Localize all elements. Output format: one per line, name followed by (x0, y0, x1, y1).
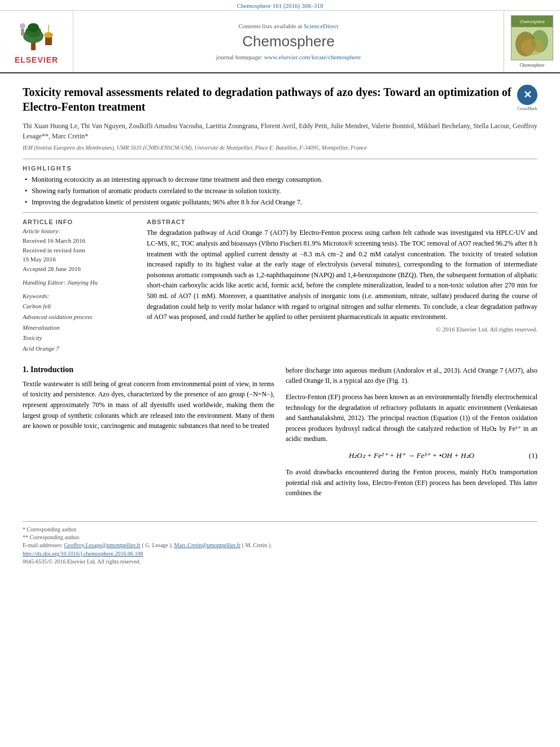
abstract-text: The degradation pathway of Acid Orange 7… (147, 228, 537, 322)
keyword-3: Mineralization (23, 322, 135, 333)
title-row: Toxicity removal assessments related to … (23, 85, 537, 121)
crossmark-icon: ✕ (517, 85, 537, 105)
sciencedirect-line: Contents lists available at ScienceDirec… (238, 23, 338, 29)
equation-1: H₂O₂ + Fe²⁺ + H⁺ → Fe³⁺ + •OH + H₂O (1) (286, 451, 537, 460)
email-label: E-mail addresses: (23, 542, 63, 548)
elsevier-tree-icon (14, 19, 59, 53)
homepage-line: journal homepage: www.elsevier.com/locat… (216, 54, 361, 60)
equation-number: (1) (529, 451, 537, 460)
revised-date: 19 May 2016 (23, 255, 135, 264)
body-left-col: 1. Introduction Textile wastewater is st… (23, 365, 274, 504)
elsevier-label: ELSEVIER (15, 55, 58, 64)
main-content: Toxicity removal assessments related to … (0, 73, 560, 576)
elsevier-logo: ELSEVIER (14, 19, 59, 64)
intro-paragraph-4: To avoid drawbacks encountered during th… (286, 467, 537, 499)
article-history: Article history: Received 16 March 2016 … (23, 228, 135, 273)
elsevier-logo-area: ELSEVIER (0, 11, 73, 72)
intro-section-number: 1. Introduction (23, 365, 73, 374)
email-link-2[interactable]: Marc.Cretin@umontpellier.fr (174, 542, 241, 548)
journal-ref-bar: Chemosphere 161 (2016) 308–318 (0, 0, 560, 11)
intro-heading: 1. Introduction (23, 365, 274, 374)
journal-title: Chemosphere (242, 33, 334, 50)
highlight-item-2: Showing early formation of aromatic prod… (23, 186, 537, 196)
journal-ref-text: Chemosphere 161 (2016) 308–318 (237, 2, 323, 9)
footer-area: * Corresponding author. ** Corresponding… (23, 521, 537, 565)
accepted-date: Accepted 28 June 2016 (23, 264, 135, 274)
intro-paragraph-2: before discharge into aqueous medium (An… (286, 365, 537, 386)
sciencedirect-link[interactable]: ScienceDirect (304, 23, 339, 29)
svg-point-3 (28, 23, 39, 32)
authors-list: Thi Xuan Huong Le, Thi Van Nguyen, Zoulk… (23, 121, 537, 141)
email-name-2: M. Cretin (245, 542, 267, 548)
intro-paragraph-3: Electro-Fenton (EF) process has been kno… (286, 392, 537, 444)
journal-cover-area: Chemosphere Chemosphere (504, 11, 560, 72)
article-info-label: ARTICLE INFO (23, 219, 135, 225)
doi-link[interactable]: http://dx.doi.org/10.1016/j.chemosphere.… (23, 551, 537, 557)
crossmark-badge[interactable]: ✕ CrossMark (517, 85, 537, 111)
keyword-2: Advanced oxidation process (23, 312, 135, 322)
divider-2 (23, 212, 537, 213)
email-name-1: G. Lesage (145, 542, 168, 548)
article-info-col: ARTICLE INFO Article history: Received 1… (23, 219, 135, 353)
cover-image-icon: Chemosphere (511, 16, 553, 60)
journal-header: ELSEVIER Contents lists available at Sci… (0, 11, 560, 73)
svg-rect-5 (21, 29, 24, 36)
journal-cover-thumbnail: Chemosphere (511, 15, 553, 60)
svg-text:Chemosphere: Chemosphere (520, 20, 545, 24)
abstract-label: ABSTRACT (147, 219, 537, 225)
body-right-col: before discharge into aqueous medium (An… (286, 365, 537, 504)
issn-line: 0045-6535/© 2016 Elsevier Ltd. All right… (23, 558, 537, 565)
article-info-abstract-row: ARTICLE INFO Article history: Received 1… (23, 219, 537, 353)
email-link-1[interactable]: Geoffroy.Lesage@umontpellier.fr (64, 542, 141, 548)
keywords-list: Carbon felt Advanced oxidation process M… (23, 301, 135, 353)
history-label: Article history: (23, 228, 135, 234)
keywords-section: Keywords: Carbon felt Advanced oxidation… (23, 292, 135, 353)
received-date: Received 16 March 2016 (23, 236, 135, 246)
affiliation: IEM (Institut Européen des Membranes), U… (23, 145, 537, 151)
email-line: E-mail addresses: Geoffroy.Lesage@umontp… (23, 542, 537, 548)
received-revised-label: Received in revised form (23, 246, 135, 255)
homepage-prefix: journal homepage: (216, 54, 262, 60)
intro-paragraph-1: Textile wastewater is still being of gre… (23, 379, 274, 431)
keyword-4: Toxicity (23, 333, 135, 343)
highlight-item-3: Improving the degradation kinetic of per… (23, 198, 537, 207)
svg-rect-0 (31, 42, 36, 50)
cover-journal-name: Chemosphere (520, 63, 545, 68)
svg-point-14 (521, 38, 544, 55)
sciencedirect-prefix: Contents lists available at (238, 23, 302, 29)
svg-point-4 (20, 23, 25, 29)
abstract-col: ABSTRACT The degradation pathway of Acid… (147, 219, 537, 353)
article-title: Toxicity removal assessments related to … (23, 85, 511, 114)
handling-editor: Handling Editor: Jianying Hu (23, 279, 135, 286)
body-content: 1. Introduction Textile wastewater is st… (23, 365, 537, 504)
highlights-label: HIGHLIGHTS (23, 165, 537, 172)
corresponding-2: ** Corresponding author. (23, 534, 537, 540)
journal-center-header: Contents lists available at ScienceDirec… (73, 11, 504, 72)
equation-text: H₂O₂ + Fe²⁺ + H⁺ → Fe³⁺ + •OH + H₂O (349, 451, 474, 460)
keyword-5: Acid Orange 7 (23, 343, 135, 354)
crossmark-label: CrossMark (517, 106, 537, 111)
keyword-1: Carbon felt (23, 301, 135, 312)
highlights-section: HIGHLIGHTS Monitoring ecotoxicity as an … (23, 165, 537, 207)
copyright: © 2016 Elsevier Ltd. All rights reserved… (147, 326, 537, 333)
homepage-link[interactable]: www.elsevier.com/locate/chemosphere (264, 54, 361, 60)
highlight-item-1: Monitoring ecotoxicity as an interesting… (23, 175, 537, 185)
corresponding-1: * Corresponding author. (23, 526, 537, 532)
divider-1 (23, 159, 537, 159)
authors-text: Thi Xuan Huong Le, Thi Van Nguyen, Zoulk… (23, 122, 537, 140)
keywords-label: Keywords: (23, 292, 135, 299)
